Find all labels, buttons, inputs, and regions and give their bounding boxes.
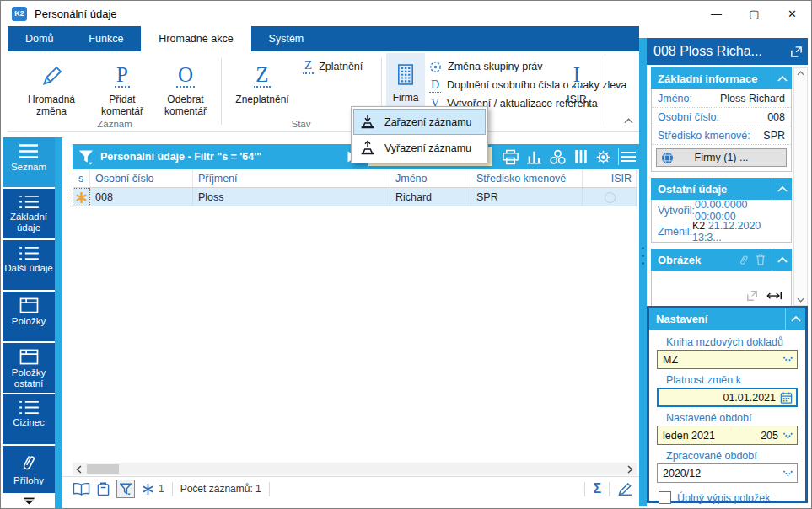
bulk-change-button[interactable]: Hromadná změna [13, 55, 90, 127]
ribbon-collapse-button[interactable] [624, 118, 633, 124]
settings-header: Nastavení [649, 308, 805, 330]
building-icon [395, 59, 416, 89]
record-count-label: Počet záznamů: 1 [180, 483, 261, 495]
field-created: Vytvořil: 00.00.0000 00:00:00 [652, 200, 791, 221]
image-placeholder [651, 271, 792, 308]
ribbon-separator [605, 58, 605, 125]
period-number: 205 [761, 430, 778, 442]
status-filter-button[interactable] [116, 480, 135, 498]
sidebar-item-polozky-ostatni[interactable]: Položky ostatní [3, 343, 55, 394]
tab-system[interactable]: Systém [251, 26, 322, 51]
section-image-header: Obrázek [651, 249, 792, 271]
column-header-stredisko[interactable]: Středisko kmenové [471, 169, 583, 187]
sidebar-more-button[interactable] [3, 495, 55, 508]
maximize-button[interactable]: ▢ [735, 1, 773, 26]
remove-comment-button[interactable]: O Odebrat komentář [154, 55, 217, 127]
sidebar-item-dalsi-udaje[interactable]: Další údaje [3, 240, 55, 292]
row-state-cell [73, 188, 90, 206]
book-icon[interactable] [73, 482, 90, 496]
k2-logo-icon: K2 [12, 7, 27, 21]
combo-chevron-icon[interactable] [782, 431, 793, 439]
menu-item-vyrazeni[interactable]: Vyřazení záznamu [353, 135, 486, 161]
sidebar-item-seznam[interactable]: Seznam [3, 137, 55, 189]
scroll-down-arrow[interactable] [797, 297, 804, 303]
letter-z-icon: Z [254, 64, 270, 88]
more-down-arrow-icon [23, 497, 35, 506]
columns-icon[interactable] [573, 149, 589, 164]
section-image: Obrázek [651, 249, 792, 308]
open-image-icon[interactable] [746, 290, 758, 302]
hamburger-menu-icon[interactable] [621, 151, 636, 163]
scrollbar-thumb[interactable] [87, 464, 119, 474]
sidebar-item-cizinec[interactable]: Cizinec [3, 394, 55, 446]
validity-date-input[interactable]: 01.01.2021 [657, 388, 798, 407]
menu-item-zarazeni[interactable]: Zařazení záznamu [353, 109, 486, 135]
section-other-info: Ostatní údaje Vytvořil: 00.00.0000 00:00… [651, 178, 792, 243]
scroll-left-arrow[interactable] [73, 463, 85, 475]
column-header-isir[interactable]: ISIR [583, 169, 637, 187]
combo-chevron-icon[interactable] [782, 356, 793, 363]
close-button[interactable]: ✕ [773, 1, 811, 26]
calendar-icon[interactable] [780, 391, 793, 404]
tab-domu[interactable]: Domů [8, 26, 71, 51]
tray-in-icon [358, 113, 377, 131]
minimize-button[interactable]: — [697, 1, 735, 26]
asterisk-count: 1 [159, 483, 164, 495]
column-header-jmeno[interactable]: Jméno [390, 169, 471, 187]
column-header-s[interactable]: s [73, 169, 90, 187]
sidebar-item-prilohy[interactable]: Přílohy [3, 446, 55, 493]
sidebar-item-polozky[interactable]: Položky [3, 292, 55, 343]
cluster-icon[interactable] [549, 149, 567, 165]
sidebar-item-zakladni-udaje[interactable]: Základní údaje [3, 189, 55, 240]
scroll-right-arrow[interactable] [624, 463, 637, 475]
isir-button[interactable]: I ISIR [554, 55, 600, 127]
attach-image-icon[interactable] [739, 253, 750, 266]
scroll-up-arrow[interactable] [797, 71, 804, 76]
set-period-combo[interactable]: leden 2021 205 [657, 426, 798, 445]
cell-isir [583, 188, 637, 206]
validate-button[interactable]: Z Zplatnění [303, 59, 363, 74]
wage-book-combo[interactable]: MZ [657, 350, 798, 369]
statusbar-separator [172, 482, 173, 496]
add-comment-button[interactable]: P Přidat komentář [92, 55, 153, 127]
popout-icon[interactable] [790, 46, 803, 58]
edit-pencil-icon[interactable] [617, 482, 632, 496]
tab-hromadne-akce[interactable]: Hromadné akce [141, 26, 250, 51]
collapse-chevron-icon[interactable] [772, 67, 792, 89]
ribbon: Hromadná změna P Přidat komentář O Odebr… [8, 51, 639, 132]
sidebar-accent-strip [55, 137, 62, 508]
delete-image-icon[interactable] [756, 254, 766, 265]
collapse-chevron-icon[interactable] [772, 249, 792, 271]
filter-funnel-icon[interactable] [78, 149, 94, 165]
horizontal-scrollbar[interactable] [73, 463, 637, 475]
collapse-chevron-icon[interactable] [785, 308, 805, 330]
tab-funkce[interactable]: Funkce [71, 26, 141, 51]
full-listing-checkbox[interactable] [659, 491, 671, 504]
clipboard-icon[interactable] [97, 482, 110, 496]
sum-sigma-icon[interactable]: Σ [593, 481, 601, 496]
snowflake-icon[interactable] [142, 483, 154, 496]
print-icon[interactable] [502, 149, 519, 165]
settings-gear-icon[interactable] [595, 149, 611, 165]
invalidate-button[interactable]: Z Zneplatnění [226, 55, 298, 127]
combo-chevron-icon[interactable] [782, 469, 793, 477]
globe-icon [661, 152, 674, 164]
asterisk-icon [76, 192, 87, 203]
panel-splitter[interactable] [639, 38, 647, 506]
full-listing-label: Úplný výpis položek [677, 492, 770, 504]
paperclip-icon [20, 452, 38, 473]
fit-width-icon[interactable] [766, 291, 782, 302]
section-other-header: Ostatní údaje [651, 178, 792, 200]
firms-button[interactable]: Firmy (1) ... [656, 148, 787, 167]
chart-icon[interactable] [526, 149, 542, 164]
list-icon [19, 400, 39, 415]
column-header-osobni-cislo[interactable]: Osobní číslo [90, 169, 193, 187]
detail-panel-title: 008 Ploss Richa... [653, 44, 762, 59]
detail-panel-header: 008 Ploss Richa... [647, 38, 808, 65]
table-row[interactable]: 008 Ploss Richard SPR [73, 188, 637, 206]
collapse-chevron-icon[interactable] [772, 178, 792, 200]
column-header-prijmeni[interactable]: Příjmení [193, 169, 390, 187]
panel-scrollbar[interactable] [793, 67, 808, 306]
processed-period-combo[interactable]: 2020/12 [657, 463, 798, 483]
box-icon [19, 349, 39, 365]
